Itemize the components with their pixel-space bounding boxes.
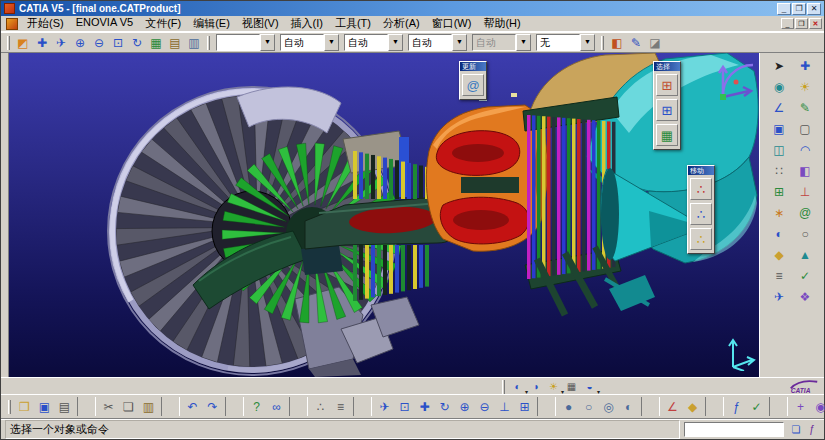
open-icon[interactable]: ❐: [15, 397, 34, 416]
combo-arrow-icon[interactable]: ▼: [260, 34, 275, 51]
combo-arrow-icon[interactable]: ▼: [452, 34, 467, 51]
mirror-icon[interactable]: ◧: [795, 161, 815, 180]
measure-icon[interactable]: ∠: [769, 98, 789, 117]
measure-between-icon[interactable]: ∠: [663, 397, 682, 416]
floating-toolbar-select[interactable]: 选择 ⊞⊞▦: [653, 61, 681, 150]
select-icon[interactable]: ➤: [769, 56, 789, 75]
depth-effect-icon[interactable]: ◒: [581, 379, 598, 394]
pan-tool-icon[interactable]: ✚: [415, 397, 434, 416]
camera-icon[interactable]: ◉: [769, 77, 789, 96]
palette-title[interactable]: 更新: [460, 62, 486, 71]
combo-arrow-icon[interactable]: ▼: [516, 34, 531, 51]
view-mode-icon[interactable]: ◐: [509, 379, 526, 394]
normal-view-icon[interactable]: ⊥: [495, 397, 514, 416]
volume-filter-icon[interactable]: ⊞: [656, 99, 678, 121]
paste-icon[interactable]: ▥: [139, 397, 158, 416]
dialog-toggle-icon[interactable]: ❏: [788, 421, 804, 437]
power-input-icon[interactable]: ƒ: [804, 421, 820, 437]
palette-title[interactable]: 移动: [688, 166, 714, 175]
mass-icon[interactable]: ◆: [683, 397, 702, 416]
fly-icon[interactable]: ✈: [769, 287, 789, 306]
grid-snap-icon[interactable]: ▦: [563, 379, 580, 394]
zoom-out-icon[interactable]: ⊖: [90, 34, 108, 52]
view-compass[interactable]: [711, 55, 759, 105]
layer-combo[interactable]: 自动 ▼: [472, 34, 531, 51]
power-input-field[interactable]: [684, 422, 784, 437]
save-icon[interactable]: ▣: [35, 397, 54, 416]
tree-icon[interactable]: ≡: [769, 266, 789, 285]
wizard-icon[interactable]: ◪: [646, 34, 664, 52]
toolbar-handle[interactable]: [7, 36, 10, 50]
wireframe-view-icon[interactable]: ○: [579, 397, 598, 416]
constraint-icon[interactable]: ⊥: [795, 182, 815, 201]
pattern-icon[interactable]: ∷: [769, 161, 789, 180]
zoom-in-icon[interactable]: ⊕: [71, 34, 89, 52]
separator[interactable]: [353, 397, 372, 416]
axis-system-icon[interactable]: +: [791, 397, 810, 416]
titlebar[interactable]: CATIA V5 - [final one.CATProduct] _❐✕: [1, 1, 824, 16]
datasheet-icon[interactable]: ▤: [166, 34, 184, 52]
help-icon[interactable]: ?: [247, 397, 266, 416]
check-icon[interactable]: ✓: [747, 397, 766, 416]
render-combo[interactable]: 无 ▼: [536, 34, 595, 51]
palette-title[interactable]: 选择: [654, 62, 680, 71]
rotate-tool-icon[interactable]: ↻: [435, 397, 454, 416]
fillet-icon[interactable]: ◠: [795, 140, 815, 159]
menu-item[interactable]: ENOVIA V5: [70, 15, 139, 32]
menu-item[interactable]: 开始(S): [21, 15, 70, 32]
combo-arrow-icon[interactable]: ▼: [324, 34, 339, 51]
floating-toolbar-move[interactable]: 移动 ∴∴∴: [687, 165, 715, 254]
menu-item[interactable]: 窗口(W): [426, 15, 478, 32]
doc-close-button[interactable]: ✕: [809, 18, 822, 29]
graph-icon[interactable]: ≡: [331, 397, 350, 416]
pan-view-icon[interactable]: ✚: [795, 56, 815, 75]
shading-icon[interactable]: ◐: [769, 224, 789, 243]
doc-minimize-button[interactable]: _: [781, 18, 794, 29]
verify-icon[interactable]: ✓: [795, 266, 815, 285]
zoomout-tool-icon[interactable]: ⊖: [475, 397, 494, 416]
maximize-button[interactable]: ❐: [792, 3, 806, 15]
minimize-button[interactable]: _: [777, 3, 791, 15]
separator[interactable]: [161, 397, 180, 416]
undo-icon[interactable]: ↶: [183, 397, 202, 416]
color-combo[interactable]: 自动 ▼: [408, 34, 467, 51]
fit-icon[interactable]: ⊡: [395, 397, 414, 416]
assemble-icon[interactable]: ⊞: [769, 182, 789, 201]
catalog-icon[interactable]: ▥: [185, 34, 203, 52]
menu-item[interactable]: 工具(T): [329, 15, 377, 32]
triad-icon[interactable]: ▲: [795, 245, 815, 264]
menu-item[interactable]: 插入(I): [285, 15, 329, 32]
toolbar-handle[interactable]: [8, 400, 11, 414]
target-icon[interactable]: ◉: [811, 397, 825, 416]
start-menu-icon[interactable]: [6, 18, 18, 30]
redo-icon[interactable]: ↷: [203, 397, 222, 416]
explode-icon[interactable]: ∗: [769, 203, 789, 222]
shaded-icon[interactable]: ●: [559, 397, 578, 416]
toolbar-handle[interactable]: [207, 36, 210, 50]
close-button[interactable]: ✕: [807, 3, 821, 15]
fit-all-icon[interactable]: ⊡: [109, 34, 127, 52]
lighting-icon[interactable]: ☀: [545, 379, 562, 394]
spec-tree-icon[interactable]: ∴: [311, 397, 330, 416]
workbench-icon[interactable]: ◩: [14, 34, 32, 52]
update-icon[interactable]: @: [462, 74, 484, 96]
smart-move-icon[interactable]: ∴: [690, 228, 712, 250]
doc-restore-button[interactable]: ❐: [795, 18, 808, 29]
render-style-icon[interactable]: ◑: [527, 379, 544, 394]
separator[interactable]: [77, 397, 96, 416]
fly-mode-icon[interactable]: ✈: [52, 34, 70, 52]
swap-visible-icon[interactable]: ◐: [619, 397, 638, 416]
engine-model-canvas[interactable]: [9, 53, 759, 377]
separator[interactable]: [641, 397, 660, 416]
shell-icon[interactable]: ◫: [769, 140, 789, 159]
multi-view-icon[interactable]: ⊞: [515, 397, 534, 416]
toolbar-handle[interactable]: [502, 380, 505, 394]
pad-icon[interactable]: ▣: [769, 119, 789, 138]
cut-icon[interactable]: ✂: [99, 397, 118, 416]
hidden-line-icon[interactable]: ◎: [599, 397, 618, 416]
pen-icon[interactable]: ✎: [627, 34, 645, 52]
snap-icon[interactable]: ∴: [690, 203, 712, 225]
menu-item[interactable]: 文件(F): [139, 15, 187, 32]
thickness-combo[interactable]: 自动 ▼: [344, 34, 403, 51]
formula-icon[interactable]: ƒ: [727, 397, 746, 416]
